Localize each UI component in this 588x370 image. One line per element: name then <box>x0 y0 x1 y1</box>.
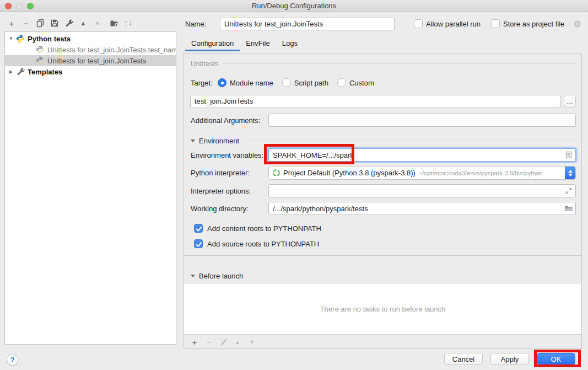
minus-icon: − <box>24 19 29 28</box>
radio-icon <box>282 78 291 87</box>
radio-selected-icon <box>218 78 226 87</box>
arrow-down-icon: ▼ <box>95 20 101 26</box>
move-task-up-button[interactable]: ▲ <box>230 335 245 348</box>
tab-envfile[interactable]: EnvFile <box>240 36 276 51</box>
move-down-button[interactable]: ▼ <box>90 17 105 30</box>
environment-section-header[interactable]: Environment <box>191 137 576 145</box>
move-task-down-button[interactable]: ▼ <box>245 335 259 348</box>
environment-section-title: Environment <box>199 137 239 145</box>
target-input[interactable] <box>195 97 556 105</box>
cancel-button[interactable]: Cancel <box>444 353 483 365</box>
create-folder-button[interactable] <box>107 17 121 30</box>
content-roots-label: Add content roots to PYTHONPATH <box>207 224 321 233</box>
chevron-right-icon[interactable]: ▶ <box>6 69 16 74</box>
radio-icon <box>337 78 346 87</box>
radio-label: Custom <box>349 79 374 87</box>
remove-configuration-button[interactable]: − <box>19 17 33 30</box>
name-label: Name: <box>185 20 206 28</box>
new-folder-icon <box>110 19 118 28</box>
store-as-project-file-checkbox[interactable] <box>491 19 500 28</box>
tree-item-label: Templates <box>28 68 62 76</box>
collapse-triangle-icon <box>191 140 195 142</box>
working-directory-label: Working directory: <box>191 205 268 213</box>
target-row: Target: Module name Script path Custom <box>191 76 576 89</box>
browse-target-button[interactable]: … <box>564 95 576 108</box>
additional-arguments-input[interactable] <box>273 116 571 125</box>
tree-item-label: Unittests for test_join.JoinTests.test_n… <box>47 46 176 54</box>
source-roots-label: Add source roots to PYTHONPATH <box>207 240 319 248</box>
title-bar: Run/Debug Configurations <box>0 0 588 12</box>
chevron-down-icon[interactable]: ▼ <box>6 36 16 41</box>
folder-icon[interactable] <box>564 204 573 213</box>
arrow-up-icon: ▲ <box>235 339 241 345</box>
radio-custom[interactable]: Custom <box>337 78 374 87</box>
gear-icon <box>573 22 582 30</box>
section-rule <box>223 63 576 64</box>
source-roots-row[interactable]: Add source roots to PYTHONPATH <box>194 238 576 249</box>
section-rule <box>243 141 576 141</box>
interpreter-options-input[interactable] <box>273 187 562 195</box>
apply-button[interactable]: Apply <box>490 353 529 365</box>
save-configuration-button[interactable] <box>47 17 62 30</box>
cancel-label: Cancel <box>452 355 474 363</box>
additional-arguments-row: Additional Arguments: <box>191 114 576 127</box>
environment-variables-row: Environment variables: <box>191 148 576 162</box>
source-roots-checkbox[interactable] <box>194 239 203 248</box>
tree-item-label: Python tests <box>28 35 71 43</box>
minus-icon: − <box>207 337 212 347</box>
ellipsis-icon: … <box>567 99 573 104</box>
remove-task-button[interactable]: − <box>202 335 216 348</box>
tree-item-templates[interactable]: ▶ Templates <box>5 66 176 77</box>
highlight-box-environment-variables <box>264 144 354 164</box>
sort-configurations-button[interactable]: az <box>121 17 136 30</box>
form-divider <box>184 255 581 256</box>
working-directory-row: Working directory: <box>191 202 576 215</box>
help-button[interactable]: ? <box>7 354 18 366</box>
radio-script-path[interactable]: Script path <box>282 78 328 87</box>
tab-logs[interactable]: Logs <box>276 36 304 51</box>
python-icon <box>16 34 25 43</box>
allow-parallel-run-checkbox[interactable] <box>414 19 423 28</box>
section-rule <box>247 276 576 276</box>
content-roots-checkbox[interactable] <box>194 224 203 233</box>
additional-arguments-label: Additional Arguments: <box>191 116 268 125</box>
radio-label: Module name <box>230 79 273 87</box>
arrow-up-icon: ▲ <box>80 20 87 26</box>
edit-templates-button[interactable] <box>62 17 76 30</box>
tab-label: EnvFile <box>246 39 269 47</box>
add-configuration-button[interactable]: + <box>4 17 19 30</box>
store-as-project-file-label: Store as project file <box>503 20 564 28</box>
before-launch-title: Before launch <box>199 272 243 280</box>
python-interpreter-value: Project Default (Python 3.8 (pyspark-3.8… <box>283 169 416 177</box>
before-launch-section-header[interactable]: Before launch <box>191 272 576 280</box>
edit-task-button[interactable] <box>216 335 230 348</box>
tree-item-python-tests[interactable]: ▼ Python tests <box>5 33 176 44</box>
expand-field-icon[interactable] <box>564 186 573 195</box>
python-icon <box>36 45 45 54</box>
target-value-row: … <box>190 94 576 108</box>
allow-parallel-run-label: Allow parallel run <box>426 20 481 28</box>
minimize-window-button[interactable] <box>16 3 23 9</box>
working-directory-input[interactable] <box>273 205 562 213</box>
before-launch-toolbar: + − ▲ ▼ <box>187 335 259 349</box>
unittests-section-header: Unittests <box>191 60 576 68</box>
add-task-button[interactable]: + <box>187 335 202 348</box>
configurations-tree: ▼ Python tests Unittests for test_join.J… <box>4 31 176 345</box>
tree-item-test-narrow[interactable]: Unittests for test_join.JoinTests.test_n… <box>5 44 176 55</box>
dropdown-stepper-icon <box>565 166 576 180</box>
content-roots-row[interactable]: Add content roots to PYTHONPATH <box>194 223 576 234</box>
store-options-gear-button[interactable] <box>573 19 582 30</box>
tree-item-jointests-selected[interactable]: Unittests for test_join.JoinTests <box>5 55 176 66</box>
zoom-window-button[interactable] <box>27 3 34 9</box>
copy-configuration-button[interactable] <box>33 17 47 30</box>
before-launch-empty-text: There are no tasks to run before launch <box>320 305 446 313</box>
tab-configuration[interactable]: Configuration <box>185 36 240 51</box>
python-interpreter-select[interactable]: Project Default (Python 3.8 (pyspark-3.8… <box>268 166 576 180</box>
name-input[interactable] <box>220 18 395 30</box>
move-up-button[interactable]: ▲ <box>76 17 90 30</box>
radio-module-name[interactable]: Module name <box>218 78 273 87</box>
tab-label: Logs <box>282 39 298 47</box>
config-tabs: Configuration EnvFile Logs <box>185 36 304 51</box>
edit-variables-icon[interactable] <box>564 151 573 159</box>
close-window-button[interactable] <box>5 3 12 9</box>
